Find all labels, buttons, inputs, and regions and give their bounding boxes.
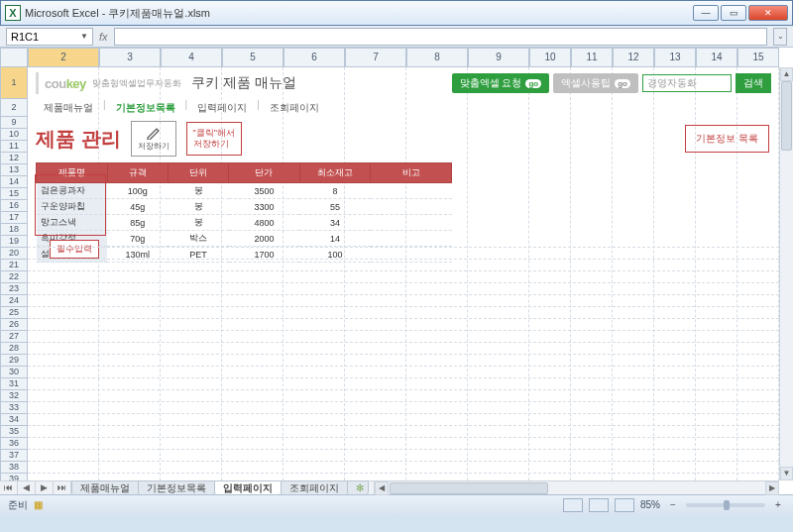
row-header-39[interactable]: 39 — [0, 474, 28, 480]
row-header-20[interactable]: 20 — [0, 248, 28, 260]
section-header: 제품 관리 저장하기 "클릭"해서저장하기 — [36, 121, 242, 157]
scroll-left-button[interactable]: ◀ — [375, 481, 389, 495]
prev-sheet-button[interactable]: ◀ — [18, 481, 36, 494]
maximize-button[interactable]: ▭ — [721, 5, 746, 21]
row-header-28[interactable]: 28 — [0, 343, 28, 355]
sheet-tab-2[interactable]: 입력페이지 — [214, 480, 282, 494]
col-header-2[interactable]: 2 — [28, 48, 99, 67]
search-input[interactable]: 경영자동화 — [642, 74, 732, 92]
new-sheet-button[interactable]: ✻ — [347, 480, 369, 494]
sheet-tab-0[interactable]: 제품매뉴얼 — [71, 480, 139, 494]
last-sheet-button[interactable]: ⏭ — [54, 481, 71, 494]
col-header-8[interactable]: 8 — [406, 48, 468, 67]
row-header-27[interactable]: 27 — [0, 331, 28, 343]
excel-tips-button[interactable]: 엑셀사용팁go — [553, 73, 638, 93]
fx-icon[interactable]: fx — [99, 31, 108, 43]
zoom-in-button[interactable]: + — [771, 499, 785, 510]
row-header-35[interactable]: 35 — [0, 426, 28, 438]
vertical-scrollbar[interactable]: ▲ ▼ — [779, 67, 793, 480]
row-header-24[interactable]: 24 — [0, 295, 28, 307]
search-button[interactable]: 검색 — [736, 73, 771, 93]
row-header-15[interactable]: 15 — [0, 188, 28, 200]
col-header-15[interactable]: 15 — [737, 48, 779, 67]
row-header-13[interactable]: 13 — [0, 164, 28, 176]
scroll-right-button[interactable]: ▶ — [765, 481, 779, 495]
chevron-down-icon[interactable]: ▼ — [80, 32, 88, 41]
basic-info-button[interactable]: 기본정보 목록 — [685, 125, 769, 153]
row-header-11[interactable]: 11 — [0, 141, 28, 153]
row-header-33[interactable]: 33 — [0, 402, 28, 414]
row-header-37[interactable]: 37 — [0, 450, 28, 462]
save-button[interactable]: 저장하기 — [131, 121, 176, 157]
row-header-34[interactable]: 34 — [0, 414, 28, 426]
formula-bar[interactable] — [114, 28, 767, 46]
row-header-21[interactable]: 21 — [0, 260, 28, 271]
col-header-11[interactable]: 11 — [571, 48, 613, 67]
row-header-1[interactable]: 1 — [0, 67, 28, 99]
col-header-12[interactable]: 12 — [613, 48, 654, 67]
row-header-22[interactable]: 22 — [0, 271, 28, 283]
col-header-9[interactable]: 9 — [468, 48, 529, 67]
nav-tab-1[interactable]: 기본정보목록 — [110, 99, 181, 117]
zoom-out-button[interactable]: − — [666, 499, 680, 510]
row-header-38[interactable]: 38 — [0, 462, 28, 474]
first-sheet-button[interactable]: ⏮ — [0, 481, 18, 494]
page-break-button[interactable] — [615, 498, 634, 512]
sheet-tab-3[interactable]: 조회페이지 — [281, 480, 348, 494]
select-all-corner[interactable] — [0, 48, 28, 67]
window-title: Microsoft Excel - 쿠키제품매뉴얼.xlsm — [25, 6, 210, 21]
name-box[interactable]: R1C1 ▼ — [6, 28, 93, 46]
col-header-7[interactable]: 7 — [345, 48, 406, 67]
scroll-down-button[interactable]: ▼ — [780, 467, 793, 480]
col-header-3[interactable]: 3 — [99, 48, 161, 67]
col-header-14[interactable]: 14 — [696, 48, 737, 67]
zoom-slider[interactable] — [686, 503, 765, 507]
col-header-10[interactable]: 10 — [529, 48, 571, 67]
table-row[interactable]: 검은콩과자100g봉35008 — [37, 183, 452, 199]
row-header-23[interactable]: 23 — [0, 283, 28, 295]
col-header-6[interactable]: 6 — [283, 48, 345, 67]
zoom-level[interactable]: 85% — [640, 499, 660, 510]
table-row[interactable]: 구운양파칩45g봉330055 — [37, 199, 452, 215]
nav-tab-2[interactable]: 입력페이지 — [191, 99, 253, 117]
sheet-content[interactable]: coukey 맞춤형엑셀업무자동화 쿠키 제품 매뉴얼 맞춤엑셀 요청go 엑셀… — [28, 67, 779, 480]
row-header-29[interactable]: 29 — [0, 355, 28, 367]
row-header-2[interactable]: 2 — [0, 99, 28, 117]
nav-tab-0[interactable]: 제품매뉴얼 — [38, 99, 99, 117]
row-header-16[interactable]: 16 — [0, 200, 28, 212]
vscroll-thumb[interactable] — [781, 81, 792, 151]
row-header-36[interactable]: 36 — [0, 438, 28, 450]
scroll-up-button[interactable]: ▲ — [780, 67, 793, 81]
worksheet-area: 23456789101112131415 1291011121314151617… — [0, 48, 793, 494]
row-header-31[interactable]: 31 — [0, 378, 28, 390]
nav-tab-3[interactable]: 조회페이지 — [264, 99, 325, 117]
row-header-32[interactable]: 32 — [0, 390, 28, 402]
row-header-12[interactable]: 12 — [0, 153, 28, 164]
col-header-13[interactable]: 13 — [654, 48, 696, 67]
custom-excel-button[interactable]: 맞춤엑셀 요청go — [452, 73, 550, 93]
col-header-4[interactable]: 4 — [161, 48, 222, 67]
row-header-17[interactable]: 17 — [0, 212, 28, 224]
sheet-tab-1[interactable]: 기본정보목록 — [138, 480, 215, 494]
name-box-value: R1C1 — [11, 31, 39, 43]
row-header-19[interactable]: 19 — [0, 236, 28, 248]
table-row[interactable]: 망고스낵85g봉480034 — [37, 215, 452, 231]
close-button[interactable]: ✕ — [748, 5, 788, 21]
row-header-18[interactable]: 18 — [0, 224, 28, 236]
row-header-10[interactable]: 10 — [0, 129, 28, 141]
next-sheet-button[interactable]: ▶ — [36, 481, 54, 494]
row-header-25[interactable]: 25 — [0, 307, 28, 319]
row-header-26[interactable]: 26 — [0, 319, 28, 331]
expand-formula-button[interactable]: ⌄ — [773, 28, 787, 46]
row-header-30[interactable]: 30 — [0, 367, 28, 378]
normal-view-button[interactable] — [563, 498, 583, 512]
hscroll-thumb[interactable] — [390, 482, 548, 494]
page-layout-button[interactable] — [589, 498, 609, 512]
section-title: 제품 관리 — [36, 126, 121, 153]
minimize-button[interactable]: — — [693, 5, 719, 21]
horizontal-scrollbar[interactable]: ◀ ▶ — [374, 481, 779, 494]
row-header-14[interactable]: 14 — [0, 176, 28, 188]
col-header-5[interactable]: 5 — [222, 48, 283, 67]
row-header-9[interactable]: 9 — [0, 117, 28, 129]
sheet-tab-bar: ⏮ ◀ ▶ ⏭ 제품매뉴얼기본정보목록입력페이지조회페이지✻ ◀ ▶ — [0, 480, 779, 494]
